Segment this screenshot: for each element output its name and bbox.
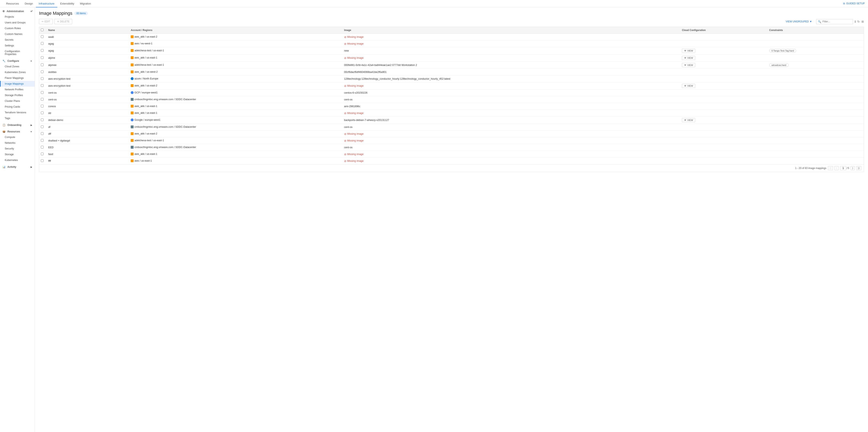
nav-resources[interactable]: Resources [3, 0, 22, 7]
row-checkbox[interactable] [41, 152, 43, 155]
cell-constraint [767, 69, 864, 76]
cell-image: ⊘ Missing image [342, 40, 679, 47]
row-checkbox[interactable] [41, 77, 43, 80]
row-checkbox[interactable] [41, 146, 43, 148]
search-icon: 🔍 [818, 20, 821, 23]
sidebar-item-secrets[interactable]: Secrets [0, 37, 35, 43]
view-cloud-config-button[interactable]: 👁 VIEW [682, 49, 695, 53]
row-checkbox[interactable] [41, 125, 43, 128]
cell-cloud-config [679, 110, 767, 117]
cell-constraint [767, 151, 864, 158]
nav-extensibility[interactable]: Extensibility [57, 0, 77, 7]
row-checkbox[interactable] [41, 63, 43, 66]
sidebar-item-compute[interactable]: Compute [0, 134, 35, 140]
table-row: aws-encryption-testaws_akk / us-east-2⊘ … [39, 82, 864, 89]
sidebar-item-users-groups[interactable]: Users and Groups [0, 20, 35, 25]
row-checkbox[interactable] [41, 159, 43, 162]
row-checkbox[interactable] [41, 56, 43, 59]
sidebar-item-custom-roles[interactable]: Custom Roles [0, 25, 35, 31]
sidebar-item-cloud-zones[interactable]: Cloud Zones [0, 64, 35, 69]
filter-box: 🔍 [816, 19, 853, 24]
row-checkbox[interactable] [41, 112, 43, 114]
refresh-icon[interactable]: ↻ [857, 20, 860, 23]
sidebar-collapse-button[interactable]: « [31, 9, 33, 12]
eye-icon: 👁 [684, 119, 686, 121]
edit-label: EDIT [44, 20, 50, 23]
sidebar-section-configure-header[interactable]: 🔧 Configure ▼ [0, 58, 35, 64]
sidebar-section-resources-header[interactable]: 📦 Resources ▼ [0, 128, 35, 134]
col-header-account-regions: Account / Regions [128, 27, 342, 34]
sidebar-item-cluster-plans[interactable]: Cluster Plans [0, 98, 35, 104]
sidebar-item-kubernetes-zones[interactable]: Kubernetes Zones [0, 69, 35, 75]
sidebar-section-onboarding-header[interactable]: 📋 Onboarding ▶ [0, 122, 35, 128]
sidebar-section-administration-header[interactable]: ⚙ Administration ▼ [0, 8, 35, 14]
filter-input[interactable] [823, 20, 851, 23]
row-checkbox[interactable] [41, 35, 43, 38]
pagination-last[interactable]: ⟩⟩ [856, 166, 861, 170]
image-mappings-table: Name Account / Regions Image Cloud Confi… [39, 27, 864, 172]
row-checkbox[interactable] [41, 84, 43, 87]
sidebar-item-kubernetes[interactable]: Kubernetes [0, 157, 35, 163]
pagination-first[interactable]: ⟨⟨ [828, 166, 833, 170]
select-all-checkbox[interactable] [41, 29, 43, 31]
cell-image: ⊘ Missing image [342, 54, 679, 62]
pagination-next[interactable]: ⟩ [851, 166, 855, 170]
cell-cloud-config [679, 151, 767, 158]
view-cloud-config-button[interactable]: 👁 VIEW [682, 118, 695, 122]
row-checkbox[interactable] [41, 98, 43, 100]
cell-account-region: cmbuvcfmgmtvc.eng.vmware.com / SDDC-Data… [128, 124, 342, 131]
cell-account-region: Google / europe-west1 [128, 117, 342, 124]
view-cloud-config-button[interactable]: 👁 VIEW [682, 63, 695, 67]
constraint-tag: adcadcas:hard [769, 63, 788, 67]
row-checkbox[interactable] [41, 105, 43, 107]
sidebar-item-terraform-versions[interactable]: Terraform Versions [0, 110, 35, 115]
edit-button[interactable]: ✏ EDIT [39, 19, 53, 24]
view-cloud-config-button[interactable]: 👁 VIEW [682, 84, 695, 88]
cell-image: 000fe881-0cfd-4a1c-42a4-ba844eae1ae2 077… [342, 62, 679, 69]
sidebar-item-pricing-cards[interactable]: Pricing Cards [0, 104, 35, 110]
info-icon[interactable]: ℹ [855, 20, 856, 23]
cell-account-region: aws_akk / us-east-2 [128, 131, 342, 137]
cell-cloud-config: 👁 VIEW [679, 62, 767, 69]
row-checkbox[interactable] [41, 42, 43, 45]
sidebar-item-security[interactable]: Security [0, 146, 35, 151]
sidebar-item-flavor-mappings[interactable]: Flavor Mappings [0, 75, 35, 81]
cell-constraint [767, 89, 864, 96]
sidebar-item-network-profiles[interactable]: Network Profiles [0, 87, 35, 92]
sidebar-item-tags[interactable]: Tags [0, 115, 35, 121]
sidebar-item-storage[interactable]: Storage [0, 151, 35, 157]
pagination-prev[interactable]: ⟨ [835, 166, 838, 170]
sidebar-item-projects[interactable]: Projects [0, 14, 35, 20]
pagination: 1 - 20 of 83 image mappings ⟨⟨ ⟨ / 5 ⟩ ⟩… [39, 164, 864, 172]
row-checkbox[interactable] [41, 118, 43, 121]
main-layout: « ⚙ Administration ▼ Projects Users and … [0, 7, 868, 432]
nav-infrastructure[interactable]: Infrastructure [36, 0, 58, 7]
grid-view-icon[interactable]: ⊞ [862, 20, 864, 23]
sidebar-item-storage-profiles[interactable]: Storage Profiles [0, 92, 35, 98]
sidebar-section-activity-header[interactable]: 📊 Activity ▶ [0, 164, 35, 170]
row-checkbox[interactable] [41, 91, 43, 94]
nav-migration[interactable]: Migration [77, 0, 94, 7]
guided-setup-button[interactable]: ⧉ GUIDED SETUP [843, 2, 865, 5]
sidebar-item-networks[interactable]: Networks [0, 140, 35, 146]
current-page-input[interactable] [840, 166, 846, 170]
cell-constraint [767, 158, 864, 165]
row-checkbox[interactable] [41, 132, 43, 135]
cell-account-region: cmbuvcfmgmtvc.eng.vmware.com / SDDC-Data… [128, 144, 342, 151]
view-cloud-config-button[interactable]: 👁 VIEW [682, 56, 695, 60]
cell-name: cent-os [46, 89, 128, 96]
row-checkbox[interactable] [41, 139, 43, 142]
sidebar-item-settings[interactable]: Settings [0, 43, 35, 49]
sidebar-item-image-mappings[interactable]: Image Mappings [0, 81, 35, 87]
administration-icon: ⚙ [2, 10, 5, 13]
cell-account-region: aws_akk / us-east-1 [128, 151, 342, 158]
row-checkbox[interactable] [41, 70, 43, 73]
delete-button[interactable]: ✕ DELETE [54, 19, 72, 24]
warning-icon: ⊘ [344, 112, 346, 115]
nav-design[interactable]: Design [22, 0, 36, 7]
sidebar-item-config-properties[interactable]: Configuration Properties [0, 49, 35, 57]
row-checkbox[interactable] [41, 49, 43, 52]
delete-label: DELETE [60, 20, 69, 23]
view-grouped-button[interactable]: VIEW UNGROUPED ▼ [786, 20, 812, 23]
sidebar-item-custom-names[interactable]: Custom Names [0, 31, 35, 37]
